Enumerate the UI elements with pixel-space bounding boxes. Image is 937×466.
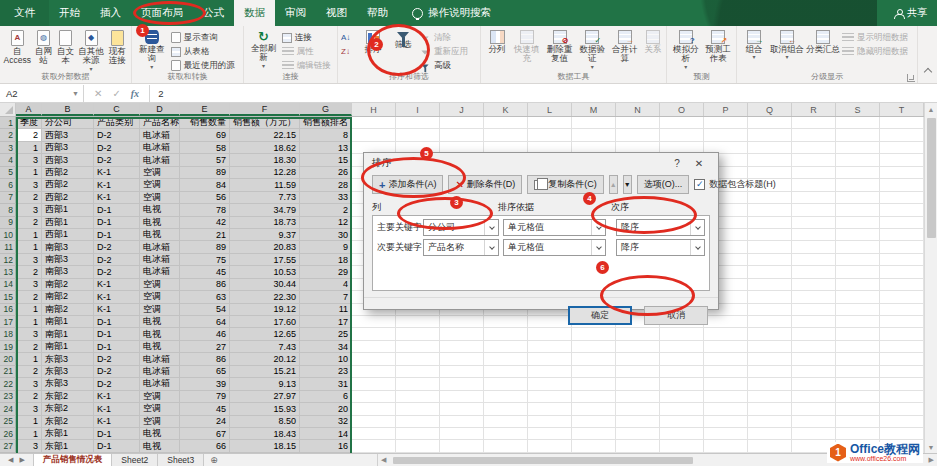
empty-cell[interactable]	[880, 304, 924, 316]
empty-cell[interactable]	[880, 403, 924, 415]
table-cell[interactable]: K-1	[94, 403, 140, 415]
table-cell[interactable]: 空调	[140, 403, 180, 415]
empty-cell[interactable]	[616, 416, 660, 428]
chevron-down-icon[interactable]	[484, 220, 498, 235]
empty-cell[interactable]	[792, 229, 836, 241]
table-cell[interactable]: 东部2	[42, 416, 94, 428]
move-up-button[interactable]: ▲	[609, 175, 618, 194]
empty-cell[interactable]	[836, 217, 880, 229]
table-cell[interactable]: 24	[180, 416, 230, 428]
empty-cell[interactable]	[396, 328, 440, 340]
empty-cell[interactable]	[748, 291, 792, 303]
empty-cell[interactable]	[880, 316, 924, 328]
empty-cell[interactable]	[748, 378, 792, 390]
table-header-cell[interactable]: 销售数量	[180, 117, 230, 129]
flash-fill-button[interactable]: 快速填充	[512, 28, 542, 72]
table-cell[interactable]: 16	[300, 440, 352, 452]
table-cell[interactable]: 电冰箱	[140, 254, 180, 266]
table-cell[interactable]: 2	[16, 391, 42, 403]
table-cell[interactable]: 电冰箱	[140, 378, 180, 390]
col-header-O[interactable]: O	[660, 103, 704, 116]
row-header-2[interactable]: 2	[0, 129, 16, 141]
row-header-26[interactable]: 26	[0, 428, 16, 440]
table-cell[interactable]: 西部3	[42, 154, 94, 166]
properties-button[interactable]: 属性	[282, 45, 334, 58]
remove-duplicates-button[interactable]: ⊘ 删除重复值	[544, 28, 576, 72]
table-cell[interactable]: D-1	[94, 440, 140, 452]
empty-cell[interactable]	[836, 229, 880, 241]
empty-cell[interactable]	[792, 378, 836, 390]
empty-cell[interactable]	[704, 378, 748, 390]
sort-descending-button[interactable]: Z↓	[341, 45, 357, 58]
empty-cell[interactable]	[880, 416, 924, 428]
table-cell[interactable]: 空调	[140, 391, 180, 403]
table-cell[interactable]: 18.73	[230, 217, 300, 229]
empty-cell[interactable]	[880, 266, 924, 278]
table-cell[interactable]: 63	[180, 291, 230, 303]
empty-cell[interactable]	[660, 328, 704, 340]
empty-cell[interactable]	[440, 328, 484, 340]
table-header-cell[interactable]: 分公司	[42, 117, 94, 129]
empty-cell[interactable]	[880, 217, 924, 229]
empty-cell[interactable]	[792, 167, 836, 179]
empty-cell[interactable]	[836, 291, 880, 303]
row-header-12[interactable]: 12	[0, 254, 16, 266]
collapse-ribbon-button[interactable]	[918, 26, 937, 83]
table-cell[interactable]: 1	[16, 428, 42, 440]
col-header-J[interactable]: J	[440, 103, 484, 116]
table-cell[interactable]: 3	[16, 179, 42, 191]
empty-cell[interactable]	[616, 440, 660, 452]
row-header-4[interactable]: 4	[0, 154, 16, 166]
from-table-button[interactable]: 从表格	[171, 45, 240, 58]
vertical-scroll-thumb[interactable]	[927, 118, 936, 238]
table-cell[interactable]: 64	[180, 316, 230, 328]
table-cell[interactable]: 33	[300, 192, 352, 204]
table-cell[interactable]: 27	[180, 341, 230, 353]
empty-cell[interactable]	[528, 440, 572, 452]
col-header-P[interactable]: P	[704, 103, 748, 116]
empty-cell[interactable]	[836, 316, 880, 328]
add-condition-button[interactable]: + 添加条件(A)	[372, 175, 443, 194]
col-header-B[interactable]: B	[42, 103, 94, 116]
table-cell[interactable]: 17	[300, 316, 352, 328]
scroll-up-icon[interactable]: ▲	[928, 103, 935, 115]
empty-cell[interactable]	[704, 416, 748, 428]
empty-cell[interactable]	[484, 129, 528, 141]
from-access-button[interactable]: A 自 Access	[3, 28, 32, 72]
table-cell[interactable]: 9	[300, 241, 352, 253]
table-cell[interactable]: 31	[300, 378, 352, 390]
formula-input[interactable]: 2	[150, 85, 937, 102]
empty-cell[interactable]	[880, 366, 924, 378]
row-header-8[interactable]: 8	[0, 204, 16, 216]
empty-cell[interactable]	[836, 366, 880, 378]
consolidate-button[interactable]: → 合并计算	[609, 28, 641, 72]
table-cell[interactable]: K-1	[94, 304, 140, 316]
empty-cell[interactable]	[792, 341, 836, 353]
empty-cell[interactable]	[880, 291, 924, 303]
empty-cell[interactable]	[572, 391, 616, 403]
empty-cell[interactable]	[836, 179, 880, 191]
empty-cell[interactable]	[660, 129, 704, 141]
row-header-24[interactable]: 24	[0, 403, 16, 415]
empty-cell[interactable]	[616, 403, 660, 415]
table-cell[interactable]: 电视	[140, 204, 180, 216]
table-cell[interactable]: 西部1	[42, 217, 94, 229]
table-cell[interactable]: 空调	[140, 192, 180, 204]
table-header-cell[interactable]: 产品名称	[140, 117, 180, 129]
empty-cell[interactable]	[528, 378, 572, 390]
empty-cell[interactable]	[792, 117, 836, 129]
edit-links-button[interactable]: 编辑链接	[282, 59, 334, 72]
table-cell[interactable]: 3	[16, 440, 42, 452]
empty-cell[interactable]	[660, 117, 704, 129]
table-cell[interactable]: 电视	[140, 341, 180, 353]
empty-cell[interactable]	[660, 403, 704, 415]
table-cell[interactable]: D-1	[94, 316, 140, 328]
empty-cell[interactable]	[792, 391, 836, 403]
empty-cell[interactable]	[352, 416, 396, 428]
table-cell[interactable]: 4	[300, 279, 352, 291]
table-cell[interactable]: 67	[180, 428, 230, 440]
empty-cell[interactable]	[880, 129, 924, 141]
sheet-tab-sheet2[interactable]: Sheet2	[112, 454, 158, 466]
vertical-scrollbar[interactable]: ▲ ▼	[924, 103, 937, 453]
empty-cell[interactable]	[440, 341, 484, 353]
